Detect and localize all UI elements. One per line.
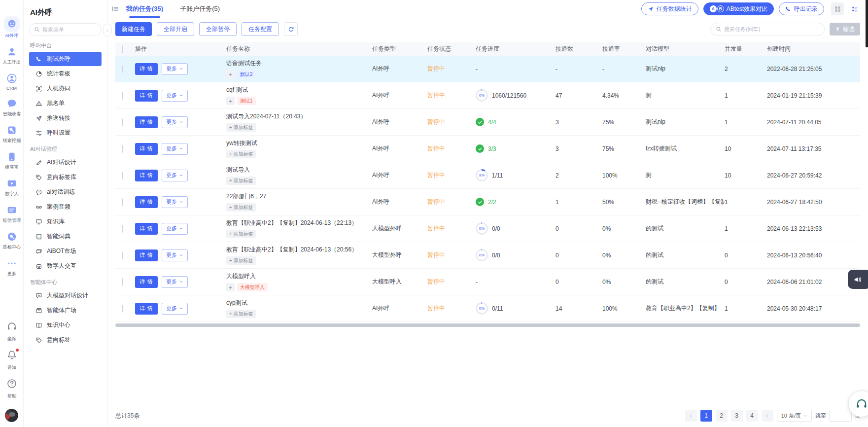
row-checkbox[interactable]: [122, 145, 123, 153]
next-page-button[interactable]: [762, 410, 773, 422]
add-tag-button[interactable]: + 添加标签: [226, 150, 256, 158]
task-search-box[interactable]: [710, 23, 825, 36]
more-button[interactable]: 更多: [162, 303, 188, 315]
row-checkbox[interactable]: [122, 198, 123, 206]
page-button-4[interactable]: 4: [746, 410, 758, 422]
add-tag-button[interactable]: +: [226, 70, 235, 78]
prev-page-button[interactable]: [685, 410, 697, 422]
page-button-2[interactable]: 2: [716, 410, 728, 422]
sidebar-item-box-21[interactable]: 智能体广场: [29, 303, 102, 318]
rail-item-person[interactable]: 人工呼出: [2, 46, 22, 66]
rail-item-video[interactable]: 数字人: [2, 178, 22, 197]
action-pill-2[interactable]: 呼出记录: [779, 2, 824, 15]
sidebar-item-phone-00[interactable]: 测试外呼: [29, 52, 102, 66]
horizontal-scrollbar[interactable]: [115, 323, 860, 327]
add-tag-button[interactable]: + 添加标签: [226, 310, 256, 318]
list-view-button[interactable]: [848, 2, 861, 15]
sidebar-item-display-14[interactable]: 知识库: [29, 214, 102, 229]
more-button[interactable]: 更多: [162, 276, 188, 288]
action-pill-1[interactable]: ABABtest效果对比: [703, 2, 774, 15]
sidebar-item-people-02[interactable]: 人机协同: [29, 81, 102, 96]
filter-button[interactable]: 筛选: [830, 23, 860, 36]
rail-item-headset[interactable]: 坐席: [6, 321, 17, 342]
add-tag-button[interactable]: + 添加标签: [226, 177, 256, 185]
rail-item-crm[interactable]: CRM: [2, 73, 22, 91]
more-button[interactable]: 更多: [162, 63, 188, 75]
add-tag-button[interactable]: + 添加标签: [226, 203, 256, 212]
row-checkbox[interactable]: [122, 118, 123, 126]
tab-0[interactable]: 我的任务(35): [124, 0, 165, 18]
add-tag-button[interactable]: +: [226, 283, 235, 291]
detail-button[interactable]: 详 情: [135, 223, 158, 235]
add-tag-button[interactable]: +: [226, 97, 235, 105]
page-size-select[interactable]: 10 条/页: [777, 410, 812, 422]
more-button[interactable]: 更多: [162, 90, 188, 102]
row-checkbox[interactable]: [122, 172, 123, 179]
browser-scrollbar[interactable]: [866, 0, 868, 47]
sidebar-item-pencil-10[interactable]: AI对话设计: [29, 155, 102, 170]
sidebar-item-book-open-22[interactable]: 知识中心: [29, 318, 102, 332]
sidebar-item-chat-dot-12[interactable]: ai对话训练: [29, 185, 102, 199]
toolbar-button-0[interactable]: 新建任务: [115, 22, 152, 36]
task-search-input[interactable]: [724, 26, 819, 32]
rail-item-sms[interactable]: 短信管理: [2, 205, 22, 224]
sidebar-item-voicemail-13[interactable]: 案例音频: [29, 200, 102, 214]
action-pill-0[interactable]: 任务数据统计: [641, 2, 698, 15]
row-checkbox[interactable]: [122, 225, 123, 233]
page-button-3[interactable]: 3: [731, 410, 743, 422]
rail-item-chat-bubble[interactable]: 智能获客: [2, 98, 22, 117]
rail-item-phone-app[interactable]: 搜客宝: [2, 151, 22, 171]
detail-button[interactable]: 详 情: [135, 90, 158, 102]
detail-button[interactable]: 详 情: [135, 276, 158, 288]
sidebar-item-book-15[interactable]: 智能词典: [29, 229, 102, 244]
rail-item-help[interactable]: 帮助: [6, 378, 17, 399]
menu-search-input[interactable]: [42, 27, 97, 33]
grid-view-button[interactable]: [831, 2, 844, 15]
more-button[interactable]: 更多: [162, 143, 188, 155]
jump-page-input[interactable]: [829, 410, 852, 422]
more-button[interactable]: 更多: [162, 196, 188, 208]
row-checkbox[interactable]: [122, 251, 123, 259]
voice-assistant-button[interactable]: [848, 270, 868, 289]
more-button[interactable]: 更多: [162, 223, 188, 235]
add-tag-button[interactable]: + 添加标签: [226, 256, 256, 265]
menu-search-box[interactable]: [29, 23, 102, 36]
sidebar-item-warning-03[interactable]: 黑名单: [29, 96, 102, 110]
more-button[interactable]: 更多: [162, 170, 188, 181]
sidebar-item-chat-double-16[interactable]: AiBOT市场: [29, 244, 102, 258]
refresh-button[interactable]: [284, 22, 298, 36]
rail-item-inspect[interactable]: 质检中心: [2, 231, 22, 250]
page-button-1[interactable]: 1: [700, 410, 712, 422]
detail-button[interactable]: 详 情: [135, 143, 158, 155]
rail-item-more[interactable]: 更多: [2, 258, 22, 277]
sidebar-item-sliders-05[interactable]: 呼叫设置: [29, 126, 102, 140]
more-button[interactable]: 更多: [162, 249, 188, 261]
select-all-checkbox[interactable]: [122, 45, 123, 53]
rail-item-bell[interactable]: 通知: [6, 350, 17, 371]
sidebar-item-robot-face-17[interactable]: 数字人交互: [29, 259, 102, 273]
detail-button[interactable]: 详 情: [135, 63, 158, 75]
collapse-menu-icon[interactable]: [111, 5, 119, 13]
tab-1[interactable]: 子账户任务(5): [178, 0, 222, 18]
sidebar-item-tag-23[interactable]: 意向标签: [29, 333, 102, 347]
add-tag-button[interactable]: + 添加标签: [226, 230, 256, 238]
detail-button[interactable]: 详 情: [135, 116, 158, 128]
more-button[interactable]: 更多: [162, 116, 188, 128]
rail-item-clue[interactable]: 线索挖掘: [2, 125, 22, 144]
sidebar-item-pie-01[interactable]: 统计看板: [29, 67, 102, 81]
row-checkbox[interactable]: [122, 92, 123, 100]
detail-button[interactable]: 详 情: [135, 249, 158, 261]
detail-button[interactable]: 详 情: [135, 170, 158, 181]
toolbar-button-1[interactable]: 全部开启: [157, 22, 194, 36]
rail-item-robot[interactable]: AI外呼: [2, 17, 22, 39]
add-tag-button[interactable]: + 添加标签: [226, 123, 256, 132]
toolbar-button-2[interactable]: 全部暂停: [199, 22, 237, 36]
sidebar-item-chat-square-20[interactable]: 大模型对话设计: [29, 288, 102, 303]
toolbar-button-3[interactable]: 任务配置: [242, 22, 279, 36]
row-checkbox[interactable]: [122, 305, 123, 313]
sidebar-item-tag-11[interactable]: 意向标签库: [29, 170, 102, 184]
user-avatar[interactable]: [5, 409, 18, 422]
row-checkbox[interactable]: [122, 65, 123, 73]
sidebar-collapse-handle[interactable]: ‹: [103, 24, 112, 36]
detail-button[interactable]: 详 情: [135, 303, 158, 315]
